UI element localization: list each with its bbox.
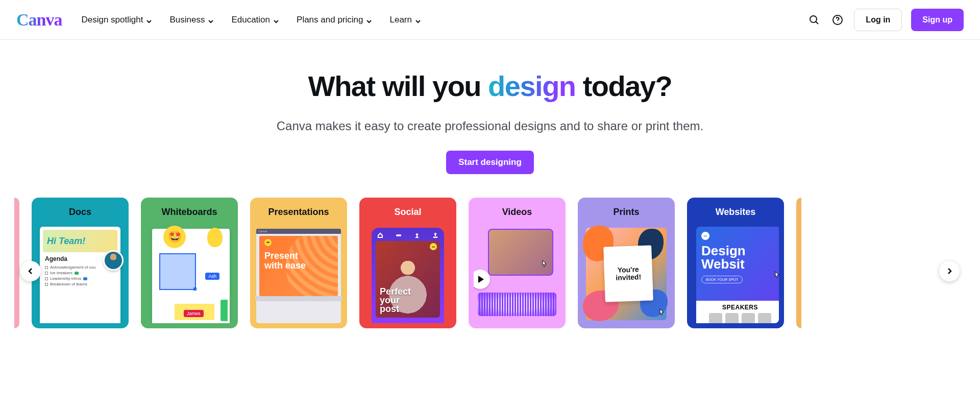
card-title: Prints (613, 207, 639, 218)
card-preview: Hi Team! Agenda Acknowledgement of cou I… (37, 225, 124, 323)
list-item: Ice breakers (50, 271, 72, 275)
logo-dot-icon: ∞ (430, 243, 437, 250)
carousel-prev-button[interactable] (20, 261, 41, 281)
hero-title-post: today? (576, 70, 672, 102)
carousel-next-button[interactable] (939, 261, 960, 281)
card-social[interactable]: Social ∞ Perfect your (359, 198, 456, 328)
cursor-icon (539, 259, 549, 272)
cursor-icon (656, 308, 667, 320)
card-peek-right[interactable] (796, 198, 801, 328)
nav-plans-pricing[interactable]: Plans and pricing (297, 15, 372, 25)
nav-label: Education (231, 15, 270, 25)
card-docs[interactable]: Docs Hi Team! Agenda Acknowledgement of … (32, 198, 129, 328)
card-title: Social (394, 207, 421, 218)
hero-subtitle: Canva makes it easy to create profession… (10, 119, 970, 133)
card-preview (474, 225, 560, 323)
logo-dot-icon: ∞ (264, 239, 272, 246)
website-heading: Websit (701, 257, 779, 271)
hero-title: What will you design today? (10, 69, 970, 103)
template-carousel: Docs Hi Team! Agenda Acknowledgement of … (0, 198, 980, 349)
card-peek-left[interactable] (14, 198, 19, 328)
card-videos[interactable]: Videos (469, 198, 566, 328)
nav-label: Business (169, 15, 205, 25)
print-text: invited! (616, 273, 641, 282)
share-icon (432, 232, 439, 239)
logo[interactable]: Canva (16, 10, 67, 30)
svg-point-3 (838, 22, 838, 22)
pill-button: BOOK YOUR SPOT (701, 276, 743, 283)
card-preview: ∞ Design Websit BOOK YOUR SPOT SPEAKERS (692, 225, 779, 323)
play-icon (474, 270, 490, 289)
user-tag: Ash (205, 273, 219, 280)
cursor-icon (772, 271, 779, 283)
selection-box (159, 253, 196, 290)
start-designing-button[interactable]: Start designing (446, 151, 534, 174)
nav-label: Plans and pricing (297, 15, 363, 25)
chevron-down-icon (366, 17, 372, 23)
user-tag: James (184, 310, 204, 317)
shape (220, 300, 228, 321)
more-icon (395, 232, 402, 239)
card-title: Docs (69, 207, 91, 218)
svg-point-0 (810, 16, 817, 22)
svg-point-6 (400, 235, 401, 236)
nav-business[interactable]: Business (169, 15, 214, 25)
nav-label: Design spotlight (81, 15, 143, 25)
nav-design-spotlight[interactable]: Design spotlight (81, 15, 152, 25)
card-preview: ∞ Perfect your post (364, 225, 451, 323)
website-heading: Design (701, 244, 779, 257)
header-actions: Log in Sign up (807, 9, 964, 31)
slide-text: Present (264, 251, 333, 261)
card-websites[interactable]: Websites ∞ Design Websit BOOK YOUR SPOT … (687, 198, 784, 328)
svg-line-1 (816, 21, 819, 24)
svg-point-5 (398, 235, 399, 236)
nav-learn[interactable]: Learn (389, 15, 421, 25)
nav-label: Learn (389, 15, 411, 25)
card-title: Websites (716, 207, 756, 218)
site-header: Canva Design spotlight Business Educatio… (0, 0, 980, 40)
app-name: Canva (258, 230, 267, 233)
chevron-down-icon (415, 17, 421, 23)
slide-text: with ease (264, 261, 333, 271)
chevron-down-icon (208, 17, 214, 23)
audio-waveform (478, 293, 556, 316)
main-nav: Design spotlight Business Education Plan… (81, 15, 421, 25)
chevron-down-icon (146, 17, 152, 23)
list-item: Acknowledgement of cou (50, 265, 95, 270)
login-button[interactable]: Log in (854, 9, 902, 31)
carousel-track[interactable]: Docs Hi Team! Agenda Acknowledgement of … (0, 198, 980, 349)
card-preview: You're invited! (583, 225, 670, 323)
card-presentations[interactable]: Presentations Canva ∞ Present with ease (250, 198, 347, 328)
list-item: Breakdown of teams (50, 282, 87, 286)
card-preview: Canva ∞ Present with ease (255, 225, 342, 323)
emoji-icon: 🤩 (163, 226, 186, 248)
logo-dot-icon: ∞ (701, 232, 709, 240)
signup-button[interactable]: Sign up (911, 9, 964, 31)
hero-title-pre: What will you (308, 70, 488, 102)
home-icon (377, 232, 384, 239)
help-icon[interactable] (830, 13, 845, 27)
card-whiteboards[interactable]: Whiteboards 🤩 Ash James (141, 198, 238, 328)
card-prints[interactable]: Prints You're invited! (578, 198, 675, 328)
video-thumbnail (488, 229, 553, 276)
docs-agenda-label: Agenda (45, 255, 115, 262)
card-preview: 🤩 Ash James (146, 225, 233, 323)
upload-icon (413, 232, 421, 239)
list-item: Leadership intros (50, 276, 81, 281)
nav-education[interactable]: Education (231, 15, 279, 25)
speakers-label: SPEAKERS (701, 304, 779, 311)
hero: What will you design today? Canva makes … (0, 40, 980, 195)
card-title: Videos (502, 207, 532, 218)
card-title: Whiteboards (161, 207, 217, 218)
hero-title-gradient: design (488, 70, 575, 102)
post-text: post (380, 305, 411, 313)
card-title: Presentations (268, 207, 329, 218)
lightbulb-icon (207, 228, 223, 247)
search-icon[interactable] (807, 13, 821, 27)
svg-point-4 (397, 235, 398, 236)
chevron-down-icon (273, 17, 279, 23)
docs-headline: Hi Team! (43, 230, 117, 252)
